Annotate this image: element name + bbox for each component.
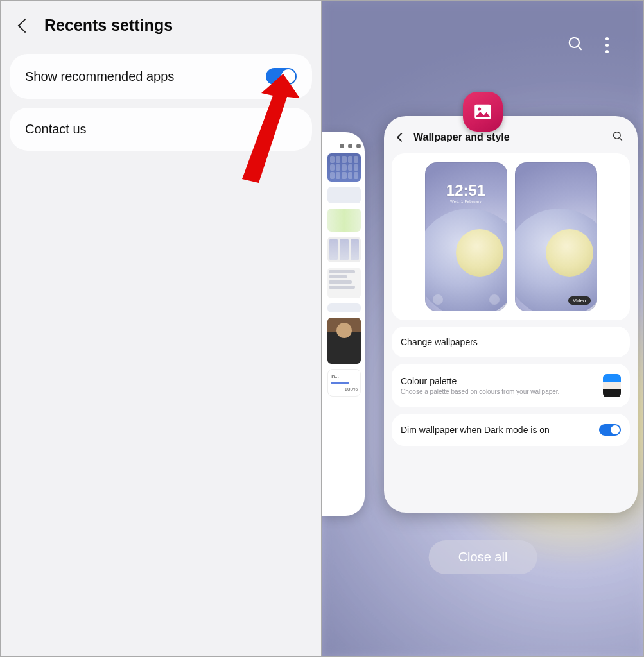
dim-wallpaper-label: Dim wallpaper when Dark mode is on (401, 425, 591, 435)
page-title: Recents settings (44, 16, 173, 35)
clock-time: 12:51 (425, 182, 507, 200)
colour-palette-title: Colour palette (401, 376, 595, 386)
search-icon[interactable] (567, 35, 584, 55)
palette-swatch-icon (603, 374, 621, 397)
change-wallpapers-label: Change wallpapers (401, 337, 478, 347)
svg-point-5 (478, 107, 481, 110)
wallpaper-previews-row: 12:51 Wed, 1 February Video (392, 153, 630, 320)
homescreen-preview[interactable]: Video (515, 162, 597, 311)
recents-card-previous[interactable]: in... 100% (322, 132, 365, 516)
dim-wallpaper-row[interactable]: Dim wallpaper when Dark mode is on (392, 414, 630, 446)
download-card: in... 100% (327, 369, 361, 397)
left-header: Recents settings (1, 1, 321, 54)
more-icon[interactable] (605, 37, 609, 53)
show-recommended-apps-toggle[interactable] (266, 68, 297, 85)
download-label: in... (331, 373, 358, 379)
svg-point-1 (570, 38, 579, 47)
app-badge-gallery-icon[interactable] (463, 92, 503, 132)
show-recommended-apps-label: Show recommended apps (25, 69, 174, 84)
svg-line-7 (620, 138, 622, 141)
lockscreen-preview[interactable]: 12:51 Wed, 1 February (425, 162, 507, 311)
clock-date: Wed, 1 February (425, 200, 507, 203)
lockscreen-clock: 12:51 Wed, 1 February (425, 182, 507, 203)
download-percent: 100% (331, 386, 358, 392)
card-title: Wallpaper and style (413, 132, 603, 143)
change-wallpapers-row[interactable]: Change wallpapers (392, 327, 630, 357)
recents-card-wallpaper-style[interactable]: Wallpaper and style 12:51 Wed, 1 Februar… (384, 116, 638, 513)
dim-wallpaper-toggle[interactable] (599, 424, 621, 436)
colour-palette-subtitle: Choose a palette based on colours from y… (401, 388, 595, 396)
recents-settings-screen: Recents settings Show recommended apps C… (0, 0, 322, 657)
overview-topbar (567, 35, 609, 55)
show-recommended-apps-row[interactable]: Show recommended apps (10, 54, 312, 99)
colour-palette-row[interactable]: Colour palette Choose a palette based on… (392, 364, 630, 407)
svg-point-6 (614, 132, 621, 139)
svg-line-2 (578, 46, 581, 49)
close-all-button[interactable]: Close all (429, 540, 537, 574)
recents-overview-screen: in... 100% Wallpaper and style 12:51 Wed… (322, 0, 644, 657)
contact-us-label: Contact us (25, 122, 87, 137)
search-icon[interactable] (612, 130, 623, 144)
back-icon[interactable] (18, 18, 33, 33)
card-header: Wallpaper and style (392, 128, 630, 153)
photo-thumbnail (327, 318, 361, 364)
back-icon[interactable] (397, 133, 406, 142)
video-badge: Video (568, 296, 590, 305)
close-all-label: Close all (458, 550, 508, 564)
contact-us-row[interactable]: Contact us (10, 108, 312, 151)
